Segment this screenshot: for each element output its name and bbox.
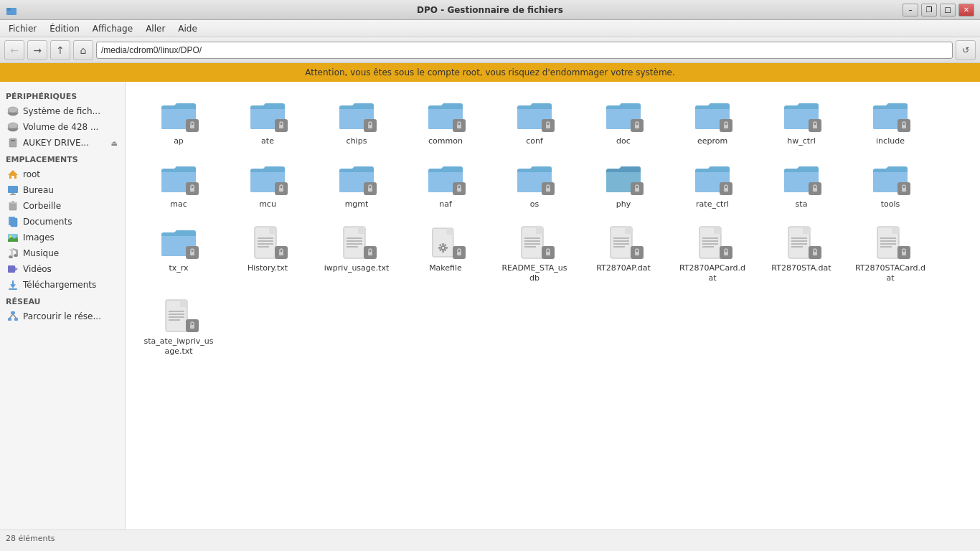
folder-tools[interactable]: tools	[847, 155, 933, 215]
svg-rect-113	[892, 227, 899, 234]
folder-common[interactable]: common	[402, 92, 489, 152]
file-name: RT2870APCard.dat	[679, 263, 745, 284]
folder-doc[interactable]: doc	[580, 92, 666, 152]
forward-button[interactable]: →	[27, 40, 47, 60]
file-name: os	[530, 199, 539, 209]
sidebar-item-musique[interactable]: Musique	[1, 245, 123, 261]
folder-rate_ctrl[interactable]: rate_ctrl	[669, 155, 755, 215]
home-icon	[7, 169, 19, 180]
sidebar-item-documents[interactable]: Documents	[1, 214, 123, 230]
status-text: 28 éléments	[6, 534, 55, 543]
eject-icon[interactable]: ⏏	[111, 139, 118, 147]
menu-fichier[interactable]: Fichier	[3, 22, 42, 35]
sidebar-label: Bureau	[23, 185, 54, 195]
svg-rect-30	[190, 125, 194, 128]
file-makefile[interactable]: Makefile	[402, 219, 489, 290]
file-name: mac	[170, 199, 187, 209]
svg-rect-86	[546, 252, 550, 255]
sidebar-item-videos[interactable]: Vidéos	[1, 261, 123, 277]
svg-rect-56	[279, 252, 283, 255]
warning-text: Attention, vous êtes sous le compte root…	[305, 67, 675, 77]
sidebar-section-peripheriques: PÉRIPHÉRIQUES	[0, 88, 125, 103]
file-name: naf	[439, 199, 452, 209]
svg-rect-36	[724, 125, 728, 128]
sidebar-item-reseau[interactable]: Parcourir le rése...	[1, 309, 123, 324]
svg-rect-72	[438, 247, 440, 248]
file-rt2870stacard[interactable]: RT2870STACard.dat	[847, 219, 933, 290]
up-button[interactable]: ↑	[50, 40, 70, 60]
trash-icon	[7, 200, 19, 212]
svg-rect-9	[11, 140, 15, 141]
file-rt2870apcard[interactable]: RT2870APCard.dat	[669, 219, 755, 290]
folder-mcu[interactable]: mcu	[225, 155, 311, 215]
folder-mgmt[interactable]: mgmt	[314, 155, 400, 215]
file-name: RT2870STACard.dat	[855, 263, 925, 284]
folder-hw_ctrl[interactable]: hw_ctrl	[758, 92, 844, 152]
file-rt2870ap[interactable]: RT2870AP.dat	[580, 219, 666, 290]
folder-mac[interactable]: mac	[136, 155, 222, 215]
reload-button[interactable]: ↺	[956, 40, 976, 60]
address-bar[interactable]: /media/cdrom0/linux/DPO/	[96, 42, 953, 59]
folder-naf[interactable]: naf	[402, 155, 489, 215]
folder-chips[interactable]: chips	[314, 92, 400, 152]
file-name: sta	[796, 199, 808, 209]
menu-edition[interactable]: Édition	[44, 22, 85, 35]
svg-rect-73	[446, 247, 448, 248]
sidebar-label: Images	[23, 232, 55, 242]
svg-rect-31	[279, 125, 283, 128]
svg-rect-24	[8, 265, 15, 273]
folder-eeprom[interactable]: eeprom	[669, 92, 755, 152]
file-name: ap	[174, 136, 184, 146]
sidebar-item-bureau[interactable]: Bureau	[1, 182, 123, 198]
sidebar-item-corbeille[interactable]: Corbeille	[1, 198, 123, 214]
restore-button[interactable]: ❐	[921, 4, 937, 17]
folder-ap[interactable]: ap	[136, 92, 222, 152]
home-button[interactable]: ⌂	[73, 40, 93, 60]
file-history[interactable]: History.txt	[225, 219, 311, 290]
window-title: DPO - Gestionnaire de fichiers	[417, 5, 563, 15]
menu-aide[interactable]: Aide	[172, 22, 203, 35]
menu-aller[interactable]: Aller	[140, 22, 171, 35]
file-iwpriv[interactable]: iwpriv_usage.txt	[314, 219, 400, 290]
svg-rect-35	[635, 125, 639, 128]
svg-rect-33	[457, 125, 461, 128]
close-button[interactable]: ✕	[958, 4, 974, 17]
folder-os[interactable]: os	[491, 155, 578, 215]
file-readme-sta[interactable]: README_STA_usdb	[491, 219, 578, 290]
svg-rect-18	[11, 218, 17, 227]
svg-rect-89	[625, 227, 632, 234]
sidebar-item-root[interactable]: root	[1, 166, 123, 182]
minimize-button[interactable]: –	[903, 4, 918, 17]
sidebar-item-telechargements[interactable]: Téléchargements	[1, 277, 123, 293]
folder-conf[interactable]: conf	[491, 92, 578, 152]
sidebar-item-images[interactable]: Images	[1, 230, 123, 245]
maximize-button[interactable]: □	[940, 4, 956, 17]
file-name: sta_ate_iwpriv_usage.txt	[144, 336, 214, 357]
file-name: hw_ctrl	[787, 136, 815, 146]
folder-phy[interactable]: phy	[580, 155, 666, 215]
folder-include[interactable]: include	[847, 92, 933, 152]
folder-ate[interactable]: ate	[225, 92, 311, 152]
file-name: chips	[347, 136, 367, 146]
file-rt2870sta[interactable]: RT2870STA.dat	[758, 219, 844, 290]
file-sta-ate[interactable]: sta_ate_iwpriv_usage.txt	[136, 292, 222, 363]
svg-rect-51	[269, 227, 276, 234]
svg-rect-11	[8, 186, 18, 193]
file-name: common	[428, 136, 463, 146]
sidebar-label: Système de fich...	[23, 106, 100, 116]
sidebar-item-aukey[interactable]: AUKEY DRIVE... ⏏	[1, 135, 123, 151]
svg-rect-1	[6, 8, 11, 11]
folder-tx_rx[interactable]: tx_rx	[136, 219, 222, 290]
svg-rect-45	[724, 188, 728, 192]
network-icon	[7, 311, 19, 322]
svg-rect-39	[190, 188, 194, 192]
file-name: mgmt	[345, 199, 369, 209]
svg-rect-105	[803, 227, 810, 234]
file-name: tx_rx	[169, 263, 188, 273]
folder-sta[interactable]: sta	[758, 155, 844, 215]
svg-rect-15	[9, 202, 17, 204]
back-button[interactable]: ←	[4, 40, 24, 60]
sidebar-item-volume[interactable]: Volume de 428 ...	[1, 119, 123, 135]
sidebar-item-systeme[interactable]: Système de fich...	[1, 103, 123, 119]
menu-affichage[interactable]: Affichage	[87, 22, 138, 35]
